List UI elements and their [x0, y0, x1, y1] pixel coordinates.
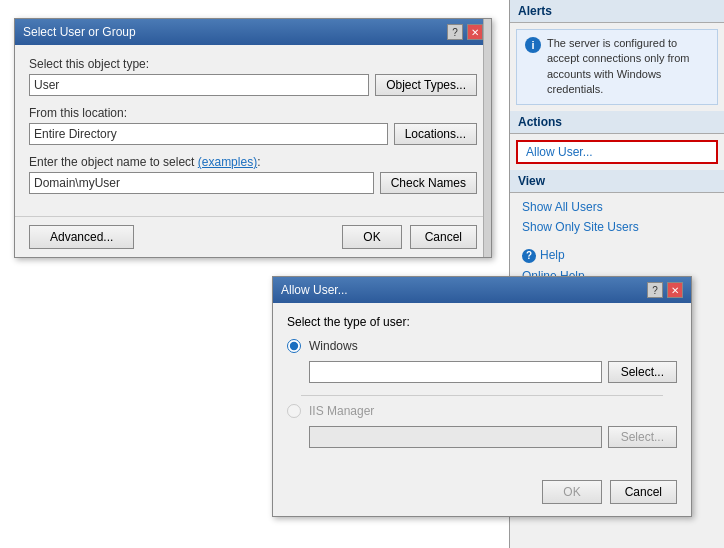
- iis-manager-input-area: Select...: [309, 426, 677, 448]
- alert-box: i The server is configured to accept con…: [516, 29, 718, 105]
- iis-manager-text-input: [309, 426, 602, 448]
- alert-icon: i: [525, 37, 541, 53]
- question-icon: ?: [522, 249, 536, 263]
- name-input[interactable]: [29, 172, 374, 194]
- allow-user-title: Allow User...: [281, 283, 348, 297]
- show-all-users-link[interactable]: Show All Users: [510, 197, 724, 217]
- allow-ok-btn[interactable]: OK: [542, 480, 601, 504]
- check-names-btn[interactable]: Check Names: [380, 172, 477, 194]
- allow-user-dialog: Allow User... ? ✕ Select the type of use…: [272, 276, 692, 517]
- iis-manager-radio: [287, 404, 301, 418]
- help-titlebar-btn[interactable]: ?: [447, 24, 463, 40]
- iis-manager-radio-item: IIS Manager: [287, 404, 677, 418]
- allow-user-titlebar: Allow User... ? ✕: [273, 277, 691, 303]
- location-row: Locations...: [29, 123, 477, 145]
- windows-label: Windows: [309, 339, 358, 353]
- locations-btn[interactable]: Locations...: [394, 123, 477, 145]
- windows-radio-item: Windows: [287, 339, 677, 353]
- name-label: Enter the object name to select (example…: [29, 155, 477, 169]
- select-user-title: Select User or Group: [23, 25, 136, 39]
- help-item[interactable]: ?Help: [510, 245, 724, 266]
- divider: [301, 395, 663, 396]
- windows-input-area: Select...: [309, 361, 677, 383]
- alerts-section-title: Alerts: [510, 0, 724, 23]
- select-user-dialog: Select User or Group ? ✕ Select this obj…: [14, 18, 492, 258]
- allow-user-titlebar-buttons: ? ✕: [647, 282, 683, 298]
- windows-select-btn[interactable]: Select...: [608, 361, 677, 383]
- select-user-footer: Advanced... OK Cancel: [15, 216, 491, 257]
- ok-btn[interactable]: OK: [342, 225, 401, 249]
- intro-text: Select the type of user:: [287, 315, 677, 329]
- help-link: Help: [540, 248, 565, 262]
- actions-section: Allow User...: [510, 134, 724, 170]
- allow-help-btn[interactable]: ?: [647, 282, 663, 298]
- location-input[interactable]: [29, 123, 388, 145]
- footer-right-btns: OK Cancel: [342, 225, 477, 249]
- iis-manager-label: IIS Manager: [309, 404, 374, 418]
- object-type-row: Object Types...: [29, 74, 477, 96]
- alert-text: The server is configured to accept conne…: [547, 36, 709, 98]
- allow-close-btn[interactable]: ✕: [667, 282, 683, 298]
- allow-user-link[interactable]: Allow User...: [516, 140, 718, 164]
- close-titlebar-btn[interactable]: ✕: [467, 24, 483, 40]
- object-type-input[interactable]: [29, 74, 369, 96]
- name-row: Check Names: [29, 172, 477, 194]
- allow-user-footer: OK Cancel: [273, 472, 691, 516]
- titlebar-buttons: ? ✕: [447, 24, 483, 40]
- show-only-site-users-link[interactable]: Show Only Site Users: [510, 217, 724, 237]
- select-user-titlebar: Select User or Group ? ✕: [15, 19, 491, 45]
- view-section: Show All Users Show Only Site Users: [510, 193, 724, 241]
- windows-radio[interactable]: [287, 339, 301, 353]
- allow-user-body: Select the type of user: Windows Select.…: [273, 303, 691, 472]
- iis-manager-select-btn: Select...: [608, 426, 677, 448]
- object-types-btn[interactable]: Object Types...: [375, 74, 477, 96]
- actions-section-title: Actions: [510, 111, 724, 134]
- view-section-title: View: [510, 170, 724, 193]
- windows-text-input[interactable]: [309, 361, 602, 383]
- location-label: From this location:: [29, 106, 477, 120]
- object-type-label: Select this object type:: [29, 57, 477, 71]
- examples-link[interactable]: (examples): [198, 155, 257, 169]
- allow-cancel-btn[interactable]: Cancel: [610, 480, 677, 504]
- advanced-btn[interactable]: Advanced...: [29, 225, 134, 249]
- cancel-btn[interactable]: Cancel: [410, 225, 477, 249]
- resize-handle[interactable]: [483, 19, 491, 257]
- select-user-body: Select this object type: Object Types...…: [15, 45, 491, 216]
